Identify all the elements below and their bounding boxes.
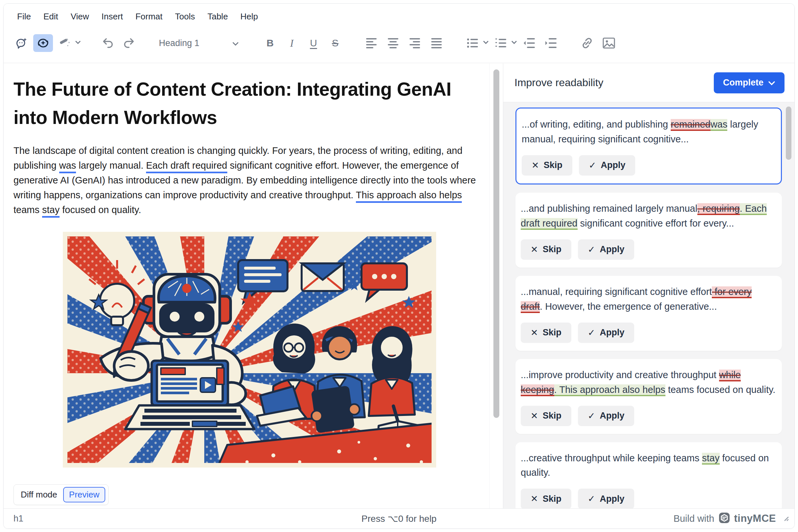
- complete-button[interactable]: Complete: [714, 72, 784, 93]
- ai-review-button[interactable]: [33, 34, 53, 52]
- menubar-item-table[interactable]: Table: [201, 10, 234, 24]
- chevron-down-icon[interactable]: [483, 40, 489, 46]
- menubar-item-tools[interactable]: Tools: [169, 10, 201, 24]
- view-toggle: Diff mode Preview: [14, 484, 109, 505]
- diff-context: ...creative throughput while keeping tea…: [521, 453, 702, 463]
- editor-content-area[interactable]: The Future of Content Creation: Integrat…: [4, 63, 489, 508]
- inserted-text: was: [59, 160, 76, 173]
- close-icon: ✕: [531, 494, 538, 504]
- card-actions: ✕Skip ✓Apply: [521, 489, 776, 508]
- ai-shortcuts-button[interactable]: [55, 34, 75, 52]
- document-heading[interactable]: The Future of Content Creation: Integrat…: [14, 75, 484, 132]
- apply-button[interactable]: ✓Apply: [578, 240, 634, 260]
- menubar-item-edit[interactable]: Edit: [37, 10, 64, 24]
- editor-body: The Future of Content Creation: Integrat…: [4, 63, 489, 468]
- branding[interactable]: Build with tinyMCE: [673, 512, 789, 525]
- paragraph-text: focused on quality.: [59, 205, 141, 215]
- diff-mode-button[interactable]: Diff mode: [17, 487, 61, 502]
- italic-button[interactable]: I: [282, 34, 302, 52]
- document-paragraph[interactable]: The landscape of digital content creatio…: [14, 144, 484, 217]
- editor-header: File Edit View Insert Format Tools Table…: [4, 4, 794, 63]
- skip-button[interactable]: ✕Skip: [521, 240, 571, 260]
- skip-button[interactable]: ✕Skip: [521, 323, 571, 343]
- numbered-list-button[interactable]: [491, 34, 511, 52]
- apply-label: Apply: [601, 160, 625, 170]
- align-left-icon: [366, 37, 377, 49]
- undo-button[interactable]: [98, 34, 117, 52]
- justify-button[interactable]: [427, 34, 446, 52]
- paragraph-text: largely manual.: [76, 160, 146, 171]
- skip-label: Skip: [543, 411, 561, 421]
- suggestion-card[interactable]: ...manual, requiring significant cogniti…: [516, 276, 782, 351]
- menubar-item-help[interactable]: Help: [234, 10, 264, 24]
- diff-deletion: , requiring: [697, 203, 740, 215]
- card-actions: ✕Skip ✓Apply: [521, 406, 776, 426]
- apply-button[interactable]: ✓Apply: [578, 489, 634, 508]
- suggestion-card[interactable]: ...creative throughput while keeping tea…: [516, 442, 782, 509]
- suggestion-text: ...of writing, editing, and publishing r…: [522, 117, 775, 147]
- diff-context: . However, the emergence of generative..…: [540, 301, 717, 312]
- skip-label: Skip: [543, 327, 561, 338]
- bullet-list-button[interactable]: [463, 34, 483, 52]
- editor-window: File Edit View Insert Format Tools Table…: [3, 3, 795, 529]
- image-button[interactable]: [599, 34, 619, 52]
- indent-button[interactable]: [541, 34, 561, 52]
- chevron-down-icon[interactable]: [75, 40, 81, 46]
- skip-label: Skip: [544, 160, 562, 170]
- image-icon: [602, 37, 615, 49]
- italic-icon: I: [290, 37, 294, 49]
- strikethrough-button[interactable]: S: [325, 34, 345, 52]
- close-icon: ✕: [531, 244, 538, 255]
- preview-button[interactable]: Preview: [63, 487, 105, 502]
- outdent-button[interactable]: [519, 34, 539, 52]
- align-center-button[interactable]: [383, 34, 403, 52]
- content-illustration[interactable]: [63, 232, 436, 468]
- bold-button[interactable]: B: [260, 34, 280, 52]
- apply-button[interactable]: ✓Apply: [579, 155, 635, 175]
- underline-button[interactable]: U: [303, 34, 323, 52]
- outdent-icon: [523, 37, 536, 49]
- inserted-text: This approach also helps: [356, 190, 462, 203]
- ai-review-icon: [37, 37, 50, 50]
- apply-button[interactable]: ✓Apply: [578, 406, 634, 426]
- editor-scrollbar-thumb[interactable]: [494, 69, 499, 418]
- redo-button[interactable]: [119, 34, 139, 52]
- diff-context: significant cognitive effort for every..…: [578, 218, 734, 229]
- underline-icon: U: [310, 37, 317, 49]
- bullet-list-icon: [467, 37, 479, 49]
- resize-handle-icon[interactable]: [782, 514, 789, 523]
- editor-scrollbar[interactable]: [489, 63, 503, 508]
- bold-icon: B: [266, 37, 274, 49]
- toolbar: Heading 1 B I U S: [4, 25, 794, 61]
- skip-label: Skip: [543, 494, 561, 504]
- diff-context: ...improve productivity and creative thr…: [521, 369, 719, 380]
- suggestion-card[interactable]: ...improve productivity and creative thr…: [516, 359, 782, 434]
- menubar-item-format[interactable]: Format: [129, 10, 169, 24]
- format-select[interactable]: Heading 1: [155, 34, 244, 52]
- menubar-item-view[interactable]: View: [64, 10, 95, 24]
- complete-button-label: Complete: [723, 78, 763, 88]
- apply-button[interactable]: ✓Apply: [578, 323, 634, 343]
- close-icon: ✕: [531, 327, 538, 338]
- diff-insertion: . This approach also helps: [554, 384, 665, 396]
- suggestion-card[interactable]: ...of writing, editing, and publishing r…: [516, 108, 782, 185]
- menubar-item-insert[interactable]: Insert: [95, 10, 129, 24]
- card-actions: ✕Skip ✓Apply: [521, 240, 776, 260]
- apply-label: Apply: [600, 411, 624, 421]
- suggestion-card[interactable]: ...and publishing remained largely manua…: [516, 193, 782, 268]
- skip-button[interactable]: ✕Skip: [521, 489, 571, 508]
- align-right-button[interactable]: [405, 34, 425, 52]
- diff-insertion: stay: [702, 453, 719, 464]
- check-icon: ✓: [589, 160, 596, 171]
- sidebar-scrollbar-thumb[interactable]: [786, 107, 792, 160]
- ai-assistant-button[interactable]: [12, 34, 31, 52]
- chevron-down-icon[interactable]: [511, 40, 517, 46]
- statusbar: h1 Press ⌥0 for help Build with tinyMCE: [4, 508, 794, 528]
- skip-button[interactable]: ✕Skip: [522, 155, 572, 175]
- suggestion-list: ...of writing, editing, and publishing r…: [503, 102, 794, 508]
- diff-context: ...and publishing remained largely manua…: [521, 203, 697, 214]
- align-left-button[interactable]: [361, 34, 381, 52]
- skip-button[interactable]: ✕Skip: [521, 406, 571, 426]
- menubar-item-file[interactable]: File: [11, 10, 37, 24]
- link-button[interactable]: [577, 34, 597, 52]
